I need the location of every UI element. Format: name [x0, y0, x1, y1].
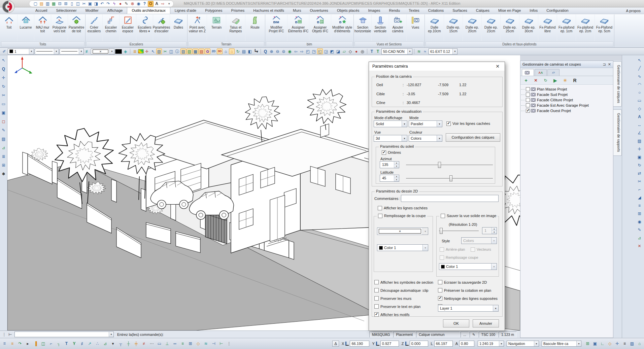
text-tool-icon[interactable]: A — [637, 114, 642, 119]
rect-tool-icon[interactable]: ▭ — [1, 101, 6, 107]
view-select[interactable]: 3d▼ — [374, 135, 407, 142]
workspace-status-icon[interactable]: ⌂ — [637, 341, 642, 347]
cancel-button[interactable]: Annuler — [473, 319, 499, 327]
chevron-down-icon[interactable]: ▼ — [109, 49, 114, 54]
delete-camera-icon[interactable]: ✕ — [533, 77, 539, 83]
delete-tool-icon[interactable]: ✕ — [637, 243, 642, 249]
resolution-slider[interactable] — [439, 228, 479, 234]
ribbon-button-vues[interactable]: Vues — [407, 14, 424, 41]
camera-tree-item[interactable]: Facade Clôture Projet — [521, 97, 612, 103]
snap-status-icon[interactable]: ▣ — [592, 341, 598, 347]
stop-icon[interactable]: ⊗ — [130, 1, 135, 7]
snap-plus-icon[interactable]: ⊞ — [188, 341, 193, 347]
menu-tab-ouvertures[interactable]: Ouvertures — [305, 7, 332, 14]
new-document-icon[interactable]: ▢ — [33, 1, 38, 7]
camera-checkbox[interactable] — [526, 103, 530, 107]
layer-pen-icon[interactable]: ≈ — [422, 48, 428, 54]
snap-diamond-icon[interactable]: ◇ — [195, 341, 201, 347]
snap-diagonal-icon[interactable]: ↗ — [87, 341, 93, 347]
rotate-tool-icon[interactable]: ↻ — [1, 83, 6, 89]
point-tool-icon[interactable]: ◉ — [637, 219, 642, 224]
chevron-down-icon[interactable]: ▼ — [54, 49, 59, 54]
camera-checkbox[interactable] — [526, 87, 530, 91]
ribbon-button-escaliers-libres[interactable]: Escaliers libres ▾ — [136, 14, 153, 41]
view-previous-icon[interactable]: ⇦ — [293, 48, 299, 54]
chevron-down-icon[interactable]: ▼ — [452, 49, 457, 54]
bend-snap-icon[interactable]: ┐ — [56, 341, 62, 347]
background-checkbox[interactable] — [440, 247, 444, 252]
corner-tool-icon[interactable]: ⌐ — [637, 186, 642, 192]
text-style-combo[interactable]: 50-CAD NON ▼ — [381, 48, 412, 55]
structure-dropdown-icon[interactable]: ┗▾ — [253, 48, 259, 54]
settings-tool-icon[interactable]: ✱ — [1, 171, 6, 177]
iso-view-se-icon[interactable]: ◲ — [323, 48, 329, 54]
ribbon-button-modifier-style-d-l-ments[interactable]: Modifier style d'éléments — [331, 14, 353, 41]
delta-button[interactable]: Δ — [332, 341, 339, 347]
pr-server-la-cotation-en-plan-checkbox[interactable] — [438, 288, 442, 292]
view-next-icon[interactable]: ⇨ — [299, 48, 305, 54]
sections-tab[interactable]: ▱ — [547, 69, 560, 76]
menu-tab-calques[interactable]: Calques — [472, 7, 494, 14]
draw-rect-icon[interactable]: ▭ — [637, 98, 642, 103]
menu-tab-outils-architecturaux[interactable]: Outils architecturaux — [127, 7, 170, 14]
status-current-layer[interactable]: Calque commun — [416, 331, 460, 338]
arcplus-logo-icon[interactable] — [2, 0, 15, 13]
menu-tab-hachures-et-motifs[interactable]: Hachures et motifs — [249, 7, 289, 14]
expand-icon[interactable]: ▸ — [25, 341, 31, 347]
camera-checkbox[interactable] — [526, 109, 530, 113]
fill-pattern-combo[interactable]: × ▼ — [377, 228, 428, 235]
hatch-style-1-icon[interactable]: ▨ — [180, 48, 186, 54]
mode-combo[interactable]: Navigation▼ — [507, 341, 539, 347]
paint-bucket-icon[interactable]: ◈ — [123, 48, 128, 54]
status-more-button[interactable]: ... — [461, 331, 469, 338]
snap-angle-icon[interactable]: ⊿ — [102, 341, 108, 347]
camera-checkbox[interactable] — [526, 93, 530, 97]
spin-up-icon[interactable]: ▲ — [492, 228, 497, 231]
save-color-combo[interactable]: Color 1 ▼ — [439, 263, 497, 270]
image-grid-icon[interactable]: ▤ — [241, 48, 247, 54]
menu-tab-textes[interactable]: Textes — [404, 7, 424, 14]
ribbon-button-fx-plafond-ep-2cm[interactable]: Fx-plafond ep. 2cm — [576, 14, 595, 41]
menu-tab-lignes-d-aide[interactable]: Lignes d'aide — [170, 7, 201, 14]
length-field[interactable]: 66.197 — [434, 341, 453, 347]
snap-grid-icon[interactable]: ♯ — [79, 341, 85, 347]
resolution-slider-thumb[interactable] — [440, 228, 443, 234]
z-coordinate-field[interactable]: 0.000 — [410, 341, 428, 347]
pen-number-combo[interactable]: 1 ▼ — [8, 48, 34, 55]
hatch-style-3-icon[interactable]: ▦ — [193, 48, 198, 54]
spin-down-icon[interactable]: ▼ — [394, 178, 399, 182]
ribbon-button-escalier-chemin[interactable]: Escalier chemin — [103, 14, 120, 41]
azimut-slider-thumb[interactable] — [438, 162, 441, 168]
save-all-icon[interactable]: ▦ — [51, 1, 57, 7]
snap-edge-icon[interactable]: ▐ — [33, 341, 38, 347]
snap-end-icon[interactable]: ⋮ — [226, 341, 232, 347]
ribbon-button-ajouter-cam-ra[interactable]: Ajouter caméra — [389, 14, 407, 41]
menu-tab-surfaces[interactable]: Surfaces — [448, 7, 471, 14]
camera-tree-item[interactable]: Plan Masse Projet — [521, 86, 612, 92]
page-setup-icon[interactable]: ▯ — [69, 1, 75, 7]
status-placement[interactable]: Placement — [393, 331, 415, 338]
draw-circle-icon[interactable]: ○ — [637, 90, 642, 95]
eye-icon[interactable]: ◎ — [360, 48, 365, 54]
preserver-les-murs-checkbox[interactable] — [374, 296, 379, 301]
hatch-style-2-icon[interactable]: ▧ — [187, 48, 192, 54]
iso-view-ne-icon[interactable]: ◳ — [311, 48, 317, 54]
display-mode-select[interactable]: Solid▼ — [374, 120, 407, 127]
zoom-extents-icon[interactable]: ⊜ — [281, 48, 286, 54]
ribbon-button-polygone-vers-toit[interactable]: Polygone vers toit — [51, 14, 68, 41]
dimension-tool-icon[interactable]: ↔ — [637, 122, 642, 128]
record-point-icon[interactable]: ● — [353, 48, 359, 54]
snap-rect-icon[interactable]: ▭ — [157, 341, 162, 347]
redo-icon[interactable]: ↷ — [105, 1, 111, 7]
ribbon-button-section-verticale[interactable]: Section verticale — [372, 14, 389, 41]
line-type-combo[interactable]: ▼ — [35, 48, 59, 55]
transparency-status-icon[interactable]: ▨ — [629, 341, 635, 347]
ribbon-button-toit[interactable]: Toit — [1, 14, 18, 41]
fill-color-combo[interactable]: Color 1 ▼ — [377, 244, 428, 251]
menu-tab-s-lectionner[interactable]: Sélectionner — [52, 7, 81, 14]
ribbon-button-param-tre-de-toit[interactable]: Paramètre de toit — [68, 14, 85, 41]
snap-center-icon[interactable]: ╪ — [133, 341, 139, 347]
ribbon-button-escalier-espace[interactable]: Escalier espace — [120, 14, 136, 41]
copy-view-icon[interactable]: ◫ — [168, 48, 174, 54]
snap-wave-icon[interactable]: ≋ — [203, 341, 209, 347]
